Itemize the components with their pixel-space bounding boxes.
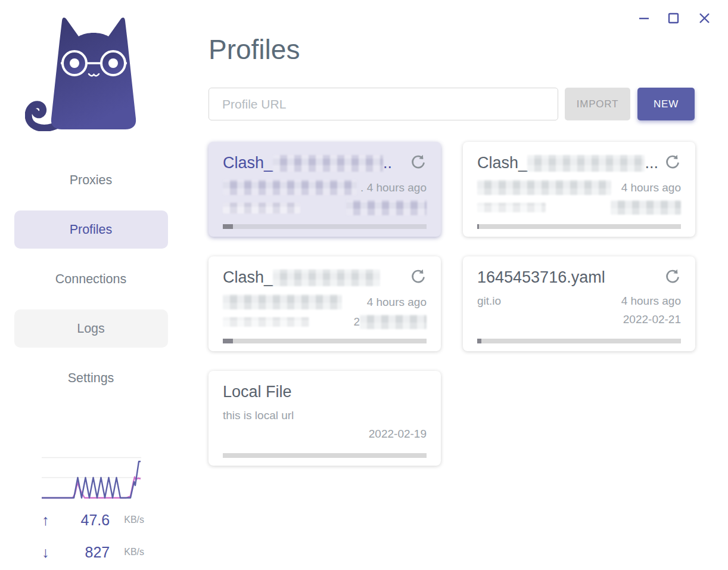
profile-title: 1645453716.yaml (477, 268, 658, 287)
updated-time: 4 hours ago (621, 295, 681, 308)
profile-card[interactable]: Clash_ ... 4 hours ago (463, 142, 695, 237)
sidebar-item-connections[interactable]: Connections (14, 260, 168, 298)
import-button[interactable]: IMPORT (565, 88, 630, 120)
profile-url-input[interactable] (209, 88, 558, 120)
download-value: 827 (62, 544, 110, 561)
redacted-text (273, 269, 380, 286)
traffic-sparkline (42, 456, 141, 501)
expiry-progress-bar (477, 224, 681, 229)
redacted-text (477, 203, 546, 212)
redacted-text (611, 200, 681, 215)
redacted-text (223, 295, 342, 309)
profile-title: Clash_ (223, 268, 404, 287)
refresh-icon[interactable] (410, 154, 427, 171)
redacted-text (223, 317, 309, 327)
progress-fill (477, 224, 479, 229)
profile-card[interactable]: Clash_ 4 hours ago 2 (209, 256, 441, 351)
progress-fill (477, 339, 481, 343)
sidebar: Proxies Profiles Connections Logs Settin… (0, 0, 209, 570)
updated-time: 4 hours ago (621, 181, 681, 194)
progress-fill (223, 224, 233, 229)
traffic-chart (42, 456, 141, 501)
redacted-text (223, 203, 300, 213)
expiry-progress-bar (223, 339, 427, 343)
expiry-date: 2022-02-19 (369, 428, 427, 441)
down-arrow-icon: ↓ (42, 544, 62, 561)
profile-title: Clash_ ... (477, 154, 658, 172)
refresh-icon[interactable] (664, 268, 681, 285)
download-line (42, 461, 141, 498)
profile-card[interactable]: Local File this is local url 2022-02-19 (209, 371, 441, 466)
profile-card[interactable]: 1645453716.yaml git.io 4 hours ago 2022-… (463, 256, 695, 351)
upload-value: 47.6 (62, 512, 110, 529)
profile-url: git.io (477, 295, 501, 308)
redacted-text (360, 315, 427, 329)
app-window: Proxies Profiles Connections Logs Settin… (0, 0, 728, 570)
redacted-text (527, 155, 645, 172)
page-title: Profiles (209, 33, 300, 66)
download-unit: KB/s (124, 547, 144, 557)
profile-card-grid: Clash_ .. . 4 hours ago (209, 142, 695, 466)
clash-cat-logo (25, 16, 141, 131)
expiry-progress-bar (223, 224, 427, 229)
profile-url: this is local url (223, 409, 294, 422)
redacted-text (273, 155, 383, 172)
new-button[interactable]: NEW (637, 88, 695, 120)
expiry-date: 2 (353, 315, 360, 329)
expiry-progress-bar (477, 339, 681, 343)
sidebar-item-logs[interactable]: Logs (14, 309, 168, 348)
expiry-date: 2022-02-21 (623, 313, 681, 326)
main-content: Profiles IMPORT NEW Clash_ .. (209, 0, 728, 570)
sidebar-nav: Proxies Profiles Connections Logs Settin… (0, 161, 182, 408)
refresh-icon[interactable] (410, 268, 427, 285)
download-speed: ↓ 827 KB/s (42, 540, 144, 564)
refresh-icon[interactable] (664, 154, 681, 171)
sidebar-item-settings[interactable]: Settings (14, 359, 168, 397)
profile-toolbar: IMPORT NEW (209, 88, 695, 120)
profile-card[interactable]: Clash_ .. . 4 hours ago (209, 142, 441, 237)
redacted-text (223, 180, 357, 195)
upload-speed: ↑ 47.6 KB/s (42, 508, 144, 532)
profile-title: Local File (223, 383, 427, 401)
redacted-text (346, 200, 427, 215)
up-arrow-icon: ↑ (42, 512, 62, 529)
expiry-progress-bar (223, 453, 427, 458)
sidebar-item-profiles[interactable]: Profiles (14, 210, 168, 249)
updated-time: 4 hours ago (367, 296, 427, 309)
sidebar-item-proxies[interactable]: Proxies (14, 161, 168, 199)
updated-time: . 4 hours ago (360, 181, 427, 194)
profile-title: Clash_ .. (223, 154, 404, 172)
redacted-text (477, 180, 611, 195)
upload-unit: KB/s (124, 515, 144, 525)
progress-fill (223, 339, 233, 343)
